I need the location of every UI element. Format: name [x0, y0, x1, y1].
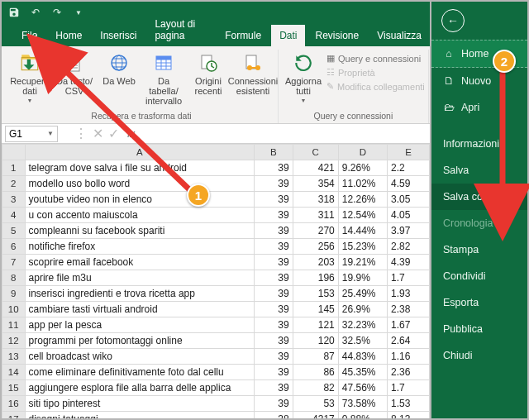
- cell[interactable]: 39: [255, 270, 293, 286]
- tab-home[interactable]: Home: [47, 25, 90, 46]
- cell[interactable]: 39: [255, 349, 293, 365]
- cell[interactable]: 12.26%: [338, 192, 387, 208]
- cell[interactable]: 2.82: [388, 239, 430, 255]
- col-header-C[interactable]: C: [293, 145, 338, 160]
- row-header[interactable]: 8: [2, 270, 26, 286]
- cell[interactable]: 4.05: [388, 208, 430, 223]
- table-row[interactable]: 16siti tipo pinterest395373.58%1.53: [2, 396, 430, 412]
- cell[interactable]: 8.13: [388, 412, 430, 421]
- cell[interactable]: 39: [255, 365, 293, 380]
- cell[interactable]: 4.39: [388, 255, 430, 270]
- cell[interactable]: 39: [255, 192, 293, 208]
- cell[interactable]: 2.36: [388, 365, 430, 380]
- table-row[interactable]: 4u con accento maiuscola3931112.54%4.05: [2, 208, 430, 223]
- col-header-B[interactable]: B: [255, 145, 293, 160]
- cell[interactable]: notifiche firefox: [25, 239, 255, 255]
- from-table-button[interactable]: Da tabella/ intervallo: [142, 50, 185, 106]
- cell[interactable]: 145: [293, 302, 338, 317]
- row-header[interactable]: 6: [2, 239, 26, 255]
- cell[interactable]: 39: [255, 380, 293, 396]
- cell[interactable]: 82: [293, 380, 338, 396]
- cell[interactable]: app per la pesca: [25, 317, 255, 333]
- cell[interactable]: inserisci ingredienti e trova ricetta ap…: [25, 286, 255, 302]
- get-data-button[interactable]: Recupera dati ▼: [8, 50, 51, 104]
- undo-icon[interactable]: ↶: [28, 5, 43, 20]
- cell[interactable]: youtube video non in elenco: [25, 192, 255, 208]
- table-row[interactable]: 6notifiche firefox3925615.23%2.82: [2, 239, 430, 255]
- cell[interactable]: 3.97: [388, 223, 430, 239]
- cell[interactable]: 44.83%: [338, 349, 387, 365]
- cell[interactable]: u con accento maiuscola: [25, 208, 255, 223]
- cell[interactable]: siti tipo pinterest: [25, 396, 255, 412]
- select-all-corner[interactable]: [2, 145, 26, 160]
- cell[interactable]: 32.5%: [338, 333, 387, 349]
- row-header[interactable]: 3: [2, 192, 26, 208]
- cell[interactable]: scoprire email facebook: [25, 255, 255, 270]
- backstage-export[interactable]: Esporta: [431, 289, 527, 316]
- cell[interactable]: 38: [255, 412, 293, 421]
- redo-icon[interactable]: ↷: [50, 5, 64, 20]
- cell[interactable]: 53: [293, 396, 338, 412]
- cell[interactable]: 421: [293, 160, 338, 176]
- cell[interactable]: 354: [293, 176, 338, 192]
- cell[interactable]: 19.21%: [338, 255, 387, 270]
- properties-button[interactable]: ☷ Proprietà: [326, 67, 425, 78]
- cell[interactable]: 45.35%: [338, 365, 387, 380]
- queries-connections-button[interactable]: ▦ Query e connessioni: [326, 53, 425, 64]
- qat-customize-icon[interactable]: ▼: [71, 5, 86, 20]
- cell[interactable]: 1.16: [388, 349, 430, 365]
- edit-links-button[interactable]: ✎ Modifica collegamenti: [326, 81, 425, 92]
- cell[interactable]: 39: [255, 317, 293, 333]
- cell[interactable]: 1.67: [388, 317, 430, 333]
- row-header[interactable]: 5: [2, 223, 26, 239]
- backstage-home[interactable]: ⌂ Home: [431, 40, 527, 68]
- backstage-share[interactable]: Condividi: [431, 263, 527, 289]
- cell[interactable]: 120: [293, 333, 338, 349]
- cell[interactable]: 2.64: [388, 333, 430, 349]
- cell[interactable]: 39: [255, 208, 293, 223]
- col-header-A[interactable]: A: [25, 145, 255, 160]
- backstage-publish[interactable]: Pubblica: [431, 316, 527, 342]
- backstage-print[interactable]: Stampa: [431, 236, 527, 263]
- fx-label[interactable]: fx: [127, 128, 135, 140]
- cell[interactable]: 1.93: [388, 286, 430, 302]
- table-row[interactable]: 10cambiare tasti virtuali android3914526…: [2, 302, 430, 317]
- backstage-info[interactable]: Informazioni: [431, 131, 527, 157]
- cell[interactable]: 73.58%: [338, 396, 387, 412]
- from-web-button[interactable]: Da Web: [98, 50, 141, 86]
- backstage-close[interactable]: Chiudi: [431, 342, 527, 369]
- cell[interactable]: 86: [293, 365, 338, 380]
- table-row[interactable]: 1telegram dove salva i file su android39…: [2, 160, 430, 176]
- row-header[interactable]: 9: [2, 286, 26, 302]
- tab-insert[interactable]: Inserisci: [92, 25, 145, 46]
- cell[interactable]: 2.2: [388, 160, 430, 176]
- cell[interactable]: 256: [293, 239, 338, 255]
- cell[interactable]: aprire file m3u: [25, 270, 255, 286]
- row-header[interactable]: 16: [2, 396, 26, 412]
- cell[interactable]: programmi per fotomontaggi online: [25, 333, 255, 349]
- cell[interactable]: 39: [255, 223, 293, 239]
- cell[interactable]: 4.59: [388, 176, 430, 192]
- cell[interactable]: come eliminare definitivamente foto dal …: [25, 365, 255, 380]
- cell[interactable]: 11.02%: [338, 176, 387, 192]
- backstage-open[interactable]: 🗁 Apri: [431, 94, 527, 121]
- table-row[interactable]: 17disegni tatuaggi3843170.88%8.13: [2, 412, 430, 421]
- table-row[interactable]: 3youtube video non in elenco3931812.26%3…: [2, 192, 430, 208]
- table-row[interactable]: 8aprire file m3u3919619.9%1.7: [2, 270, 430, 286]
- cell[interactable]: 39: [255, 286, 293, 302]
- row-header[interactable]: 4: [2, 208, 26, 223]
- table-row[interactable]: 13cell broadcast wiko398744.83%1.16: [2, 349, 430, 365]
- cell[interactable]: 1.53: [388, 396, 430, 412]
- save-icon[interactable]: [7, 5, 21, 20]
- table-row[interactable]: 11app per la pesca3912132.23%1.67: [2, 317, 430, 333]
- cell[interactable]: 39: [255, 160, 293, 176]
- cell[interactable]: 39: [255, 176, 293, 192]
- col-header-E[interactable]: E: [388, 145, 430, 160]
- cell[interactable]: 318: [293, 192, 338, 208]
- cell[interactable]: 1.7: [388, 380, 430, 396]
- from-csv-button[interactable]: Da testo/ CSV: [53, 50, 96, 96]
- cell[interactable]: cell broadcast wiko: [25, 349, 255, 365]
- cell[interactable]: 15.23%: [338, 239, 387, 255]
- cell[interactable]: 1.7: [388, 270, 430, 286]
- backstage-new[interactable]: 🗋 Nuovo: [431, 68, 527, 94]
